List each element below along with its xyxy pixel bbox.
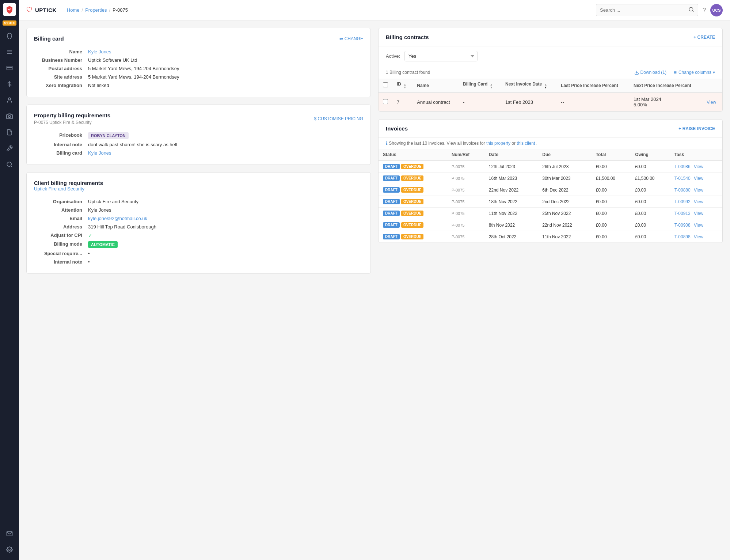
invoice-owing: £1,500.00 (631, 173, 670, 184)
task-link[interactable]: T-01540 (674, 176, 691, 181)
download-btn[interactable]: Download (1) (634, 70, 666, 75)
invoice-date: 28th Oct 2022 (484, 231, 538, 243)
active-filter-select[interactable]: Yes No All (404, 51, 478, 61)
invoice-view-link[interactable]: View (694, 164, 703, 169)
search-icon[interactable] (688, 7, 694, 14)
invoice-view-link[interactable]: View (694, 211, 703, 216)
col-next-invoice-date[interactable]: Next Invoice Date ▲▼ (501, 79, 556, 92)
email-value-link[interactable]: kyle.jones92@hotmail.co.uk (88, 216, 147, 221)
col-billing-card[interactable]: Billing Card ▲▼ (459, 79, 501, 92)
create-contract-btn[interactable]: + CREATE (693, 35, 715, 40)
draft-badge: DRAFT (383, 175, 400, 181)
contracts-select-all-checkbox[interactable] (383, 82, 388, 87)
change-columns-btn[interactable]: Change columns ▾ (672, 70, 715, 75)
invoice-due: 22nd Nov 2022 (538, 219, 591, 231)
sidebar-item-card[interactable] (2, 61, 17, 75)
task-link[interactable]: T-00986 (674, 164, 691, 169)
attention-row: Attention Kyle Jones (34, 206, 363, 214)
invoice-view-link[interactable]: View (694, 176, 703, 181)
postal-label: Postal address (34, 64, 85, 73)
invoice-row: DRAFT OVERDUE P-0075 18th Nov 2022 2nd D… (379, 196, 722, 208)
task-link[interactable]: T-00992 (674, 199, 691, 204)
billing-card-postal-row: Postal address 5 Market Yard Mews, 194-2… (34, 64, 363, 73)
postal-value: 5 Market Yard Mews, 194-204 Bermondsey (85, 64, 363, 73)
app-logo[interactable] (3, 3, 16, 16)
contract-row-checkbox[interactable] (383, 99, 388, 104)
contracts-header: Billing contracts + CREATE (379, 28, 722, 46)
sidebar-item-mail[interactable] (2, 526, 17, 541)
invoice-total: £0.00 (592, 184, 631, 196)
breadcrumb-home[interactable]: Home (67, 7, 80, 13)
this-client-link[interactable]: this client (517, 141, 535, 146)
client-internal-note-row: Internal note • (34, 258, 363, 266)
address-row: Address 319 Hill Top Road Conisborough (34, 223, 363, 231)
invoice-task: T-00913 View (670, 208, 722, 219)
invoice-task: T-00898 View (670, 231, 722, 243)
task-link[interactable]: T-00913 (674, 211, 691, 216)
sidebar-item-document[interactable] (2, 125, 17, 140)
contract-name: Annual contract (412, 92, 459, 111)
col-id[interactable]: ID ▲▼ (392, 79, 412, 92)
invoice-view-link[interactable]: View (694, 234, 703, 239)
svg-line-9 (11, 166, 12, 167)
name-value-link[interactable]: Kyle Jones (88, 49, 111, 54)
invoice-owing: £0.00 (631, 196, 670, 208)
col-date: Date (484, 149, 538, 160)
svg-point-8 (7, 162, 11, 166)
invoices-header: Invoices + RAISE INVOICE (379, 120, 722, 138)
invoice-view-link[interactable]: View (694, 223, 703, 228)
sidebar-item-dollar[interactable] (2, 77, 17, 91)
this-property-link[interactable]: this property (486, 141, 510, 146)
raise-invoice-btn[interactable]: + RAISE INVOICE (678, 126, 715, 131)
sbox-badge: S'BOX (3, 20, 16, 26)
search-input[interactable] (600, 7, 685, 13)
invoice-row: DRAFT OVERDUE P-0075 28th Oct 2022 11th … (379, 231, 722, 243)
property-billing-header: Property billing requirements P-0075 Upt… (34, 112, 363, 125)
svg-point-11 (689, 7, 693, 11)
sidebar: S'BOX (0, 0, 19, 560)
sidebar-item-gear[interactable] (2, 542, 17, 557)
contracts-filter-row: Active: Yes No All (379, 46, 722, 66)
topnav: 🛡 UPTICK Home / Properties / P-0075 ? UC… (19, 0, 730, 20)
billing-card-label: Billing card (34, 149, 85, 157)
customise-pricing-btn[interactable]: $ CUSTOMISE PRICING (314, 116, 363, 121)
billing-contracts-section: Billing contracts + CREATE Active: Yes N… (378, 28, 723, 112)
user-avatar[interactable]: UCS (710, 4, 723, 16)
site-value: 5 Market Yard Mews, 194-204 Bermondsey (85, 73, 363, 81)
contract-view-btn[interactable]: View (707, 100, 716, 105)
breadcrumb-properties[interactable]: Properties (85, 7, 107, 13)
sidebar-item-search[interactable] (2, 157, 17, 172)
sidebar-item-list[interactable] (2, 45, 17, 59)
sidebar-item-shield[interactable] (2, 29, 17, 43)
sidebar-item-wrench[interactable] (2, 141, 17, 156)
invoice-owing: £0.00 (631, 219, 670, 231)
task-link[interactable]: T-00908 (674, 223, 691, 228)
billing-card-change-btn[interactable]: ⇌ CHANGE (339, 36, 363, 41)
invoice-view-link[interactable]: View (694, 188, 703, 193)
billing-card-row: Billing card Kyle Jones (34, 149, 363, 157)
client-billing-header: Client billing requirements Uptick Fire … (34, 180, 363, 192)
invoice-date: 8th Nov 2022 (484, 219, 538, 231)
invoice-status-badges: DRAFT OVERDUE (383, 199, 443, 204)
billing-card-value-link[interactable]: Kyle Jones (88, 150, 111, 156)
task-link[interactable]: T-00898 (674, 234, 691, 239)
sidebar-item-person[interactable] (2, 93, 17, 107)
search-container (596, 4, 698, 16)
invoice-date: 18th Nov 2022 (484, 196, 538, 208)
billing-card-site-row: Site address 5 Market Yard Mews, 194-204… (34, 73, 363, 81)
draft-badge: DRAFT (383, 164, 400, 169)
invoice-total: £0.00 (592, 208, 631, 219)
pricebook-badge: ROBYN CLAYTON (88, 132, 129, 139)
invoice-status-badges: DRAFT OVERDUE (383, 234, 443, 239)
billing-card-business-row: Business Number Uptick Software UK Ltd (34, 56, 363, 64)
name-label: Name (34, 48, 85, 56)
pricebook-row: Pricebook ROBYN CLAYTON (34, 131, 363, 140)
client-internal-note-bullet: • (88, 259, 90, 265)
invoice-view-link[interactable]: View (694, 199, 703, 204)
client-billing-subtitle-link[interactable]: Uptick Fire and Security (34, 186, 84, 192)
help-icon[interactable]: ? (703, 7, 706, 14)
contract-id: 7 (392, 92, 412, 111)
sidebar-item-camera[interactable] (2, 109, 17, 124)
invoice-task: T-00908 View (670, 219, 722, 231)
task-link[interactable]: T-00880 (674, 188, 691, 193)
